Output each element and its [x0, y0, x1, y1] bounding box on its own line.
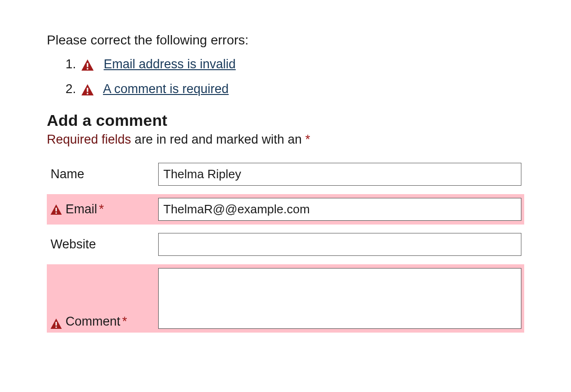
svg-rect-6: [56, 322, 57, 326]
svg-rect-1: [87, 68, 88, 69]
row-comment: Comment *: [47, 264, 524, 333]
name-field[interactable]: [158, 163, 521, 186]
input-cell-comment: [158, 268, 521, 329]
label-website-text: Website: [51, 237, 96, 252]
svg-rect-2: [87, 88, 88, 92]
label-comment-star: *: [122, 314, 127, 329]
svg-rect-0: [87, 63, 88, 67]
warning-icon: [81, 59, 94, 71]
label-comment-text: Comment: [66, 314, 120, 329]
comment-field[interactable]: [158, 268, 521, 329]
required-note-star: *: [305, 132, 310, 146]
svg-rect-4: [56, 208, 57, 211]
warning-icon: [81, 84, 94, 95]
page-container: Please correct the following errors: Ema…: [0, 0, 571, 365]
label-email-star: *: [99, 202, 104, 217]
row-name: Name: [47, 159, 524, 189]
email-field[interactable]: [158, 198, 521, 221]
label-email: Email *: [50, 198, 158, 221]
errors-title: Please correct the following errors:: [47, 33, 524, 48]
website-field[interactable]: [158, 233, 521, 256]
svg-rect-7: [56, 327, 57, 328]
error-link-email[interactable]: Email address is invalid: [104, 57, 236, 71]
warning-icon: [51, 319, 62, 329]
input-cell-email: [158, 198, 521, 221]
svg-rect-3: [87, 93, 88, 94]
error-item: A comment is required: [80, 81, 524, 97]
label-name-text: Name: [51, 167, 84, 181]
required-note-prefix: Required fields: [47, 132, 131, 146]
label-email-text: Email: [66, 202, 97, 217]
section-heading: Add a comment: [47, 111, 524, 130]
required-note: Required fields are in red and marked wi…: [47, 132, 524, 147]
error-list: Email address is invalid A comment is re…: [47, 56, 524, 97]
input-cell-website: [158, 233, 521, 256]
row-website: Website: [47, 229, 524, 260]
label-name: Name: [50, 163, 158, 186]
label-website: Website: [50, 233, 158, 256]
error-item: Email address is invalid: [80, 56, 524, 73]
label-comment: Comment *: [50, 268, 158, 329]
svg-rect-5: [56, 212, 57, 214]
input-cell-name: [158, 163, 521, 186]
error-link-comment[interactable]: A comment is required: [103, 82, 229, 96]
warning-icon: [51, 204, 62, 215]
required-note-rest: are in red and marked with an: [131, 132, 305, 146]
row-email: Email *: [47, 194, 524, 225]
